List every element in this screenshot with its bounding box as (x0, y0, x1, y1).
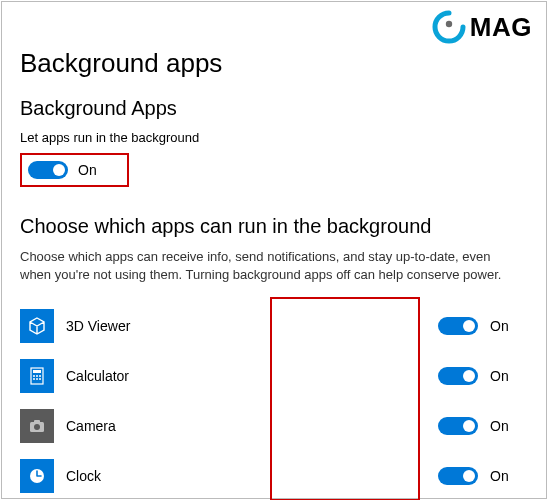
section-choose-apps-description: Choose which apps can receive info, send… (20, 248, 514, 283)
svg-point-6 (33, 378, 35, 380)
clock-icon (20, 459, 54, 493)
app-name: Camera (66, 418, 428, 434)
camera-icon (20, 409, 54, 443)
app-name: 3D Viewer (66, 318, 428, 334)
highlight-master-toggle: On (20, 153, 129, 187)
brand-logo: MAG (432, 10, 532, 44)
page-title: Background apps (20, 48, 528, 79)
master-toggle[interactable] (28, 161, 68, 179)
list-item: 3D Viewer On (20, 301, 528, 351)
master-toggle-description: Let apps run in the background (20, 130, 528, 145)
app-toggle-calculator[interactable] (438, 367, 478, 385)
app-toggle-label: On (490, 318, 509, 334)
svg-point-11 (34, 424, 40, 430)
list-item: Clock On (20, 451, 528, 500)
app-toggle-label: On (490, 468, 509, 484)
app-toggle-camera[interactable] (438, 417, 478, 435)
app-toggle-label: On (490, 368, 509, 384)
app-name: Clock (66, 468, 428, 484)
app-name: Calculator (66, 368, 428, 384)
app-list: 3D Viewer On Calculator (20, 301, 528, 500)
app-toggle-label: On (490, 418, 509, 434)
svg-point-7 (36, 378, 38, 380)
svg-point-8 (39, 378, 41, 380)
svg-rect-10 (34, 420, 40, 423)
section-choose-apps-title: Choose which apps can run in the backgro… (20, 215, 528, 238)
list-item: Camera On (20, 401, 528, 451)
section-background-apps-title: Background Apps (20, 97, 528, 120)
svg-point-4 (36, 375, 38, 377)
svg-point-0 (446, 21, 452, 27)
calculator-icon (20, 359, 54, 393)
cube-icon (20, 309, 54, 343)
list-item: Calculator On (20, 351, 528, 401)
svg-point-5 (39, 375, 41, 377)
app-toggle-clock[interactable] (438, 467, 478, 485)
app-toggle-3d-viewer[interactable] (438, 317, 478, 335)
logo-mark-icon (432, 10, 466, 44)
master-toggle-label: On (78, 162, 97, 178)
svg-point-3 (33, 375, 35, 377)
svg-rect-2 (33, 370, 41, 373)
logo-text: MAG (470, 12, 532, 43)
